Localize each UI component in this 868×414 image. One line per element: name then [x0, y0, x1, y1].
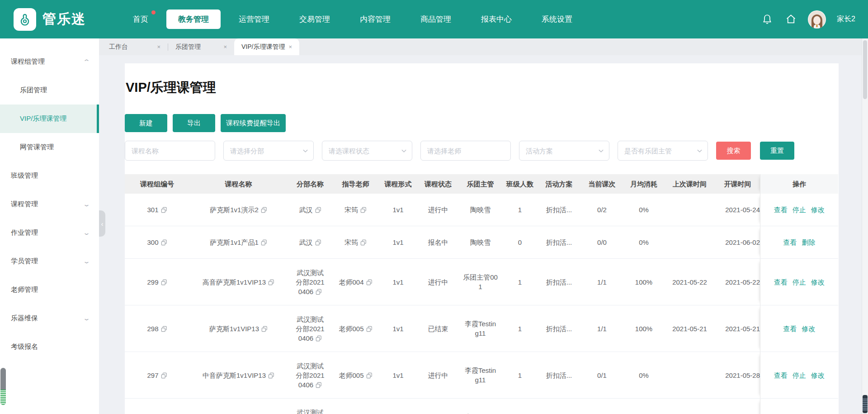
tab-close-icon[interactable]: × [223, 43, 227, 50]
toolbar-button[interactable]: 新建 [125, 114, 167, 132]
table-cell [538, 399, 580, 414]
top-nav-item[interactable]: 内容管理 [348, 10, 402, 29]
row-action-link[interactable]: 停止 [793, 205, 806, 214]
notification-bell-icon[interactable] [761, 13, 774, 26]
search-button[interactable]: 搜索 [716, 142, 751, 160]
sidebar-item[interactable]: 乐团管理 [0, 76, 99, 105]
copy-icon[interactable] [261, 239, 267, 246]
copy-icon[interactable] [316, 335, 322, 342]
copy-icon[interactable] [366, 326, 373, 332]
sidebar-item[interactable]: 作业管理⌄ [0, 219, 99, 247]
table-cell [715, 399, 760, 414]
row-action-link[interactable]: 查看 [783, 238, 797, 247]
copy-icon[interactable] [315, 239, 321, 246]
table-cell [333, 399, 378, 414]
cell-value: 298 [147, 324, 167, 333]
copy-icon[interactable] [161, 326, 167, 332]
select-field[interactable] [519, 141, 609, 161]
cell-value: 100% [635, 324, 652, 333]
tab-item[interactable]: 工作台× [102, 38, 168, 55]
page-scrollbar-thumb[interactable] [863, 40, 867, 99]
sidebar-scrollbar-thumb[interactable] [0, 368, 6, 405]
cell-value: 武汉 [299, 205, 321, 214]
copy-icon[interactable] [360, 239, 367, 246]
copy-icon[interactable] [366, 372, 373, 379]
copy-icon[interactable] [268, 279, 274, 286]
tab-close-icon[interactable]: × [157, 43, 160, 50]
table-cell: 宋筠 [333, 194, 378, 226]
top-nav-item[interactable]: 教务管理 [166, 10, 221, 29]
sidebar-item[interactable]: 学员管理⌄ [0, 247, 99, 276]
cell-value: 武汉测试分部20210406 [295, 408, 326, 414]
row-action-link[interactable]: 修改 [811, 277, 825, 287]
table-cell: 折扣活... [538, 194, 580, 226]
home-icon[interactable] [784, 13, 797, 26]
table-row: 300萨克斯1v1产品1武汉宋筠1v1报名中陶映雪0折扣活...0/00%202… [125, 226, 838, 259]
copy-icon[interactable] [316, 289, 322, 295]
copy-icon[interactable] [316, 382, 322, 388]
copy-icon[interactable] [161, 239, 167, 246]
row-action-link[interactable]: 查看 [774, 371, 788, 380]
sidebar-item[interactable]: 乐器维保⌄ [0, 304, 99, 333]
table-cell: 1v1 [378, 305, 418, 352]
page-scrollbar-bottom-thumb[interactable] [863, 395, 868, 413]
row-action-link[interactable]: 删除 [802, 238, 816, 247]
cell-value: 1v1 [392, 324, 403, 333]
sidebar-item[interactable]: 班级管理 [0, 162, 99, 190]
page-scrollbar[interactable] [862, 38, 868, 414]
top-nav-item[interactable]: 报表中心 [469, 10, 524, 29]
sidebar-item-label: 网管课管理 [20, 143, 91, 152]
row-action-link[interactable]: 修改 [802, 324, 816, 333]
row-action-link[interactable]: 修改 [811, 205, 825, 214]
row-action-link[interactable]: 停止 [793, 277, 806, 287]
text-field[interactable] [125, 141, 215, 161]
row-action-link[interactable]: 查看 [774, 277, 788, 287]
copy-icon[interactable] [161, 372, 167, 379]
sidebar-item[interactable]: 老师管理 [0, 276, 99, 304]
top-bar: 管乐迷 首页教务管理运营管理交易管理内容管理商品管理报表中心系统设置 家长2 [0, 0, 868, 38]
text-field[interactable] [420, 141, 511, 161]
copy-icon[interactable] [261, 326, 268, 332]
select-field[interactable] [223, 141, 314, 161]
sidebar-item[interactable]: VIP/乐理课管理 [0, 105, 99, 133]
copy-icon[interactable] [360, 207, 367, 213]
row-action-link[interactable]: 停止 [793, 371, 806, 380]
user-name[interactable]: 家长2 [837, 14, 855, 24]
toolbar-button[interactable]: 导出 [173, 114, 215, 132]
table-cell: 1/1 [580, 305, 623, 352]
top-nav-item[interactable]: 首页 [121, 10, 160, 29]
top-nav-item[interactable]: 商品管理 [409, 10, 463, 29]
user-avatar[interactable] [808, 10, 826, 29]
tab-item[interactable]: 乐团管理× [168, 38, 234, 55]
top-nav-item[interactable]: 系统设置 [530, 10, 584, 29]
table-cell [580, 399, 623, 414]
copy-icon[interactable] [261, 207, 267, 213]
copy-icon[interactable] [366, 279, 373, 286]
cell-value: 陶映雪 [470, 205, 491, 214]
select-field[interactable] [322, 141, 412, 161]
row-action-link[interactable]: 查看 [774, 205, 788, 214]
top-nav-item[interactable]: 运营管理 [227, 10, 281, 29]
column-header-label: 当前课次 [589, 179, 616, 189]
row-action-link[interactable]: 修改 [811, 371, 825, 380]
reset-button[interactable]: 重置 [760, 142, 794, 160]
row-action-link[interactable]: 查看 [783, 324, 797, 333]
copy-icon[interactable] [315, 207, 321, 213]
cell-value: 1v1 [392, 371, 403, 380]
sidebar-item[interactable]: 课程组管理⌃ [0, 48, 99, 76]
copy-icon[interactable] [161, 279, 167, 286]
sidebar-collapse-handle[interactable]: ‹ [99, 210, 105, 237]
sidebar-item[interactable]: 网管课管理 [0, 133, 99, 162]
copy-icon[interactable] [161, 207, 167, 213]
top-nav-item[interactable]: 交易管理 [288, 10, 342, 29]
sidebar-item[interactable]: 考级报名 [0, 333, 99, 361]
sidebar-item[interactable]: 课程管理⌄ [0, 190, 99, 219]
table-cell: 李霞Testing11 [458, 399, 502, 414]
tab-active[interactable]: VIP/乐理课管理× [234, 38, 299, 55]
tab-close-icon[interactable]: × [288, 43, 292, 50]
select-field[interactable] [618, 141, 708, 161]
toolbar-button[interactable]: 课程续费提醒导出 [221, 114, 286, 132]
table-cell: 萨克斯1v1VIP13 [189, 305, 288, 352]
copy-icon[interactable] [268, 372, 274, 379]
table-cell [664, 399, 715, 414]
